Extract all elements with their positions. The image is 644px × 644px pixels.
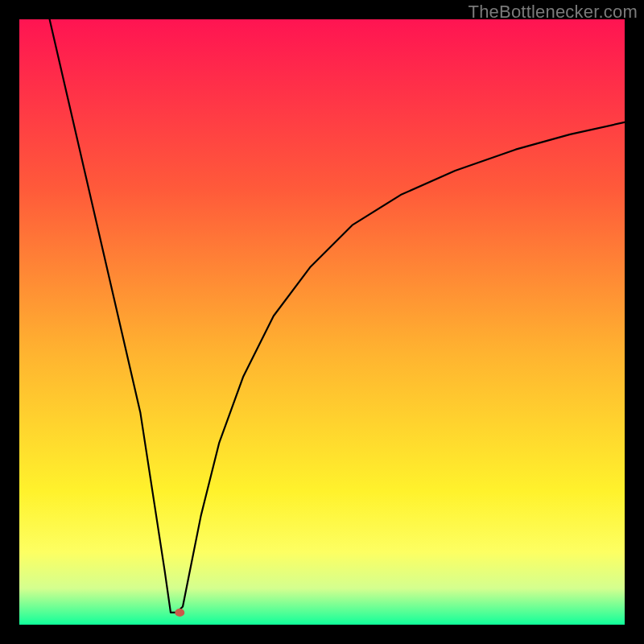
minimum-marker — [175, 609, 184, 617]
watermark: TheBottlenecker.com — [469, 2, 638, 23]
gradient-background — [19, 19, 625, 625]
bottleneck-chart — [19, 19, 625, 625]
chart-frame — [19, 19, 625, 625]
